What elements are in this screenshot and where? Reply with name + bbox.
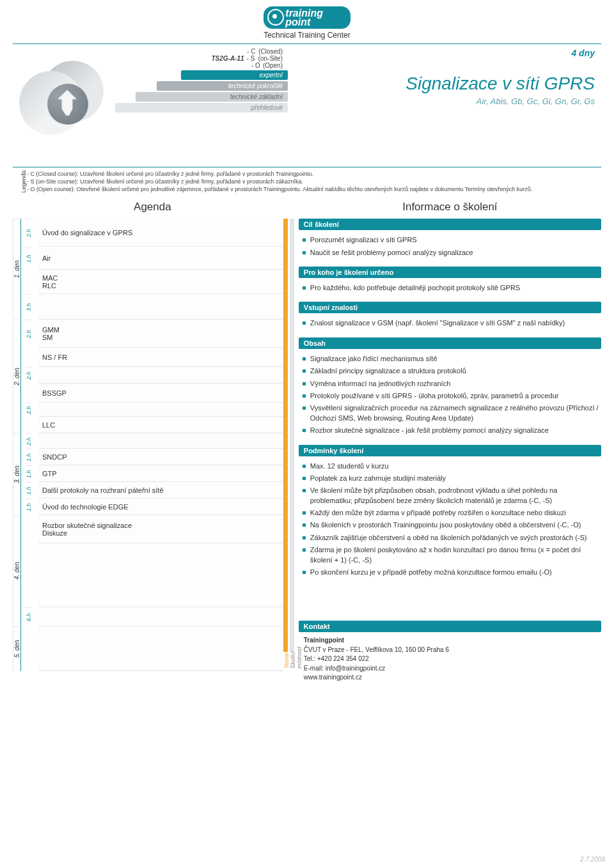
logo: training point Technical Training Center	[264, 6, 350, 40]
hour-cell: 2.h	[26, 219, 32, 247]
info-item: Poplatek za kurz zahrnuje studijní mater…	[301, 472, 599, 484]
course-subtitle: Air, Abis, Gb, Gc, Gi, Gn, Gr, Gs	[307, 97, 601, 106]
code-meaning: (Closed)	[258, 48, 283, 55]
day-cell: 3. den	[13, 433, 21, 515]
info-item: Zákazník zajišťuje občerstvení a oběd na…	[301, 532, 599, 544]
header: training point Technical Training Center	[13, 6, 601, 44]
info-item: Na školeních v prostorách Trainingpointu…	[301, 519, 599, 531]
hour-cell: 1.h	[26, 449, 32, 465]
code-letter: - C	[247, 48, 256, 55]
info-list: Znalost signalizace v GSM (např. školení…	[299, 313, 601, 333]
info-item: Výměna informací na jednotlivých rozhran…	[301, 378, 599, 390]
code-letter: - S	[247, 55, 256, 62]
topic-cell	[38, 543, 283, 607]
info-heading: Obsah	[299, 337, 601, 349]
course-title: Signalizace v síti GPRS	[307, 74, 601, 94]
info-item: Každý den může být zdarma v případě potř…	[301, 507, 599, 519]
topic-cell	[38, 367, 283, 384]
bar-skolici	[290, 219, 294, 652]
topic-text: LLC	[42, 421, 279, 429]
code-rows: - C(Closed)TS2G-A-11- S(on-Site)- O(Open…	[115, 48, 288, 69]
info-list: Pro každého, kdo potřebuje detailněji po…	[299, 278, 601, 298]
title-block: 4 dny Signalizace v síti GPRS Air, Abis,…	[307, 48, 601, 106]
agenda-title: Agenda	[13, 201, 292, 213]
hour-cell: 1.h	[26, 499, 32, 515]
level-overview: přehledové	[115, 103, 288, 112]
kontakt-heading: Kontakt	[299, 621, 601, 632]
bar-teorie	[283, 219, 288, 652]
topic-cell	[38, 433, 283, 449]
topic-cell: Další protokoly na rozhraní páteřní sítě	[38, 482, 283, 499]
topic-text: NS / FR	[42, 353, 279, 361]
info-item: Max. 12 studentů v kurzu	[301, 460, 599, 472]
logo-line2: point	[285, 18, 341, 27]
topic-text: RLC	[42, 282, 279, 290]
legend-line: - O (Open course): Otevřené školení urče…	[27, 185, 597, 193]
info-list: Porozumět signalizaci v síti GPRSNaučit …	[299, 230, 601, 263]
code-levels: - C(Closed)TS2G-A-11- S(on-Site)- O(Open…	[115, 48, 288, 112]
topic-text: Další protokoly na rozhraní páteřní sítě	[42, 486, 279, 494]
hour-cell: 6.h	[26, 607, 32, 626]
topic-text: GTP	[42, 470, 279, 477]
code-row: - O(Open)	[115, 62, 288, 69]
topic-text: Úvod do signalizace v GPRS	[42, 229, 279, 236]
kontakt-addr: ČVUT v Praze - FEL, Velflíkova 10, 160 0…	[304, 646, 449, 653]
kontakt: Kontakt Trainingpoint ČVUT v Praze - FEL…	[299, 621, 601, 683]
topic-cell: Air	[38, 247, 283, 270]
topic-text: MAC	[42, 274, 279, 282]
info-heading: Pro koho je školení určeno	[299, 267, 601, 278]
info-item: Vysvětlení signalizačních procedur na zá…	[301, 402, 599, 424]
topic-cell: Rozbor skutečné signalizaceDiskuze	[38, 515, 283, 543]
agenda-grid: 1. den2. den3. den4. den5. den2.h1.h3.h2…	[13, 219, 292, 671]
info-item: Rozbor skutečné signalizace - jak řešit …	[301, 424, 599, 437]
info-item: Naučit se řešit problémy pomocí analýzy …	[301, 247, 599, 259]
day-cell: 1. den	[13, 219, 21, 320]
page-date: 2.7.2008	[580, 856, 605, 863]
hour-cell: 3.h	[26, 294, 32, 320]
bar-label-skolici: Školící místnost	[290, 652, 303, 671]
kontakt-tel: Tel.: +420 224 354 022	[304, 655, 369, 662]
info-heading: Vstupní znalosti	[299, 302, 601, 313]
topic-text: Rozbor skutečné signalizace	[42, 522, 279, 529]
topic-text: GMM	[42, 326, 279, 334]
hour-cell: 2.h	[26, 403, 32, 417]
columns: Agenda 1. den2. den3. den4. den5. den2.h…	[13, 201, 601, 683]
info-title: Informace o školení	[299, 201, 601, 213]
topic-cell: GMMSM	[38, 320, 283, 348]
info-item: Pro každého, kdo potřebuje detailněji po…	[301, 282, 599, 294]
info-sections: Cíl školeníPorozumět signalizaci v síti …	[299, 219, 601, 582]
kontakt-body: Trainingpoint ČVUT v Praze - FEL, Velflí…	[299, 632, 601, 683]
hour-cell: 1.h	[26, 482, 32, 499]
logo-pill: training point	[264, 6, 350, 29]
info-heading: Cíl školení	[299, 219, 601, 230]
code-row: TS2G-A-11- S(on-Site)	[115, 55, 288, 62]
kontakt-web: www.trainingpoint.cz	[304, 674, 362, 681]
level-basic: technické základní	[136, 92, 288, 102]
kontakt-name: Trainingpoint	[304, 637, 344, 644]
topic-cell: BSSGP	[38, 384, 283, 403]
page: training point Technical Training Center…	[0, 0, 614, 868]
day-cell: 2. den	[13, 320, 21, 433]
topic-cell: MACRLC	[38, 270, 283, 294]
kontakt-mail: E-mail: info@trainingpoint.cz	[304, 665, 385, 672]
topic-cell: GTP	[38, 465, 283, 482]
course-top-block: - C(Closed)TS2G-A-11- S(on-Site)- O(Open…	[13, 48, 601, 163]
topic-cell: LLC	[38, 417, 283, 433]
course-days: 4 dny	[307, 48, 601, 58]
info-item: Znalost signalizace v GSM (např. školení…	[301, 317, 599, 329]
info-heading: Podmínky školení	[299, 445, 601, 456]
topic-text: SM	[42, 334, 279, 341]
info-list: Signalizace jako řídící mechanismus sítě…	[299, 349, 601, 441]
bar-label-teorie: Teorie	[283, 652, 290, 671]
code-row: - C(Closed)	[115, 48, 288, 55]
topic-text: Air	[42, 254, 279, 262]
hour-cell: 2.h	[26, 433, 32, 449]
info-list: Max. 12 studentů v kurzuPoplatek za kurz…	[299, 456, 601, 583]
code-letter: - O	[251, 62, 260, 69]
agenda-column: Agenda 1. den2. den3. den4. den5. den2.h…	[13, 201, 292, 683]
topic-cell	[38, 294, 283, 320]
info-item: Porozumět signalizaci v síti GPRS	[301, 234, 599, 246]
day-cell: 5. den	[13, 626, 21, 671]
topic-text: BSSGP	[42, 389, 279, 397]
info-item: Ve školení může být přizpůsoben obsah, p…	[301, 484, 599, 507]
